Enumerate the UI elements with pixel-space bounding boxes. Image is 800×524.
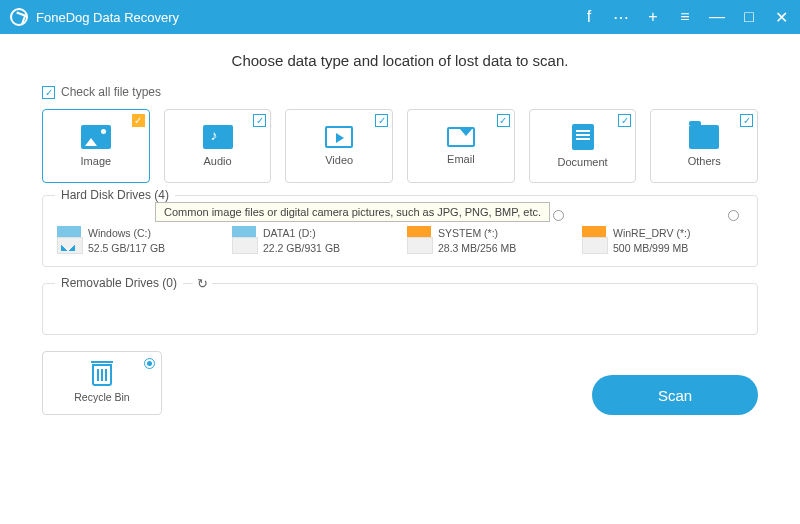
- type-card-folder[interactable]: ✓ Others: [650, 109, 758, 183]
- type-card-email[interactable]: ✓ Email: [407, 109, 515, 183]
- type-label: Video: [325, 154, 353, 166]
- type-checkbox[interactable]: ✓: [740, 114, 753, 127]
- type-label: Image: [81, 155, 112, 167]
- add-icon[interactable]: +: [644, 8, 662, 27]
- page-heading: Choose data type and location of lost da…: [42, 52, 758, 69]
- scan-button[interactable]: Scan: [592, 375, 758, 415]
- file-type-row: ✓ Image✓ Audio✓ Video✓ Email✓ Document✓ …: [42, 109, 758, 183]
- feedback-icon[interactable]: ⋯: [612, 8, 630, 27]
- hdd-section-title: Hard Disk Drives (4): [55, 188, 175, 202]
- type-label: Audio: [203, 155, 231, 167]
- doc-icon: [572, 124, 594, 150]
- removable-section-title: Removable Drives (0): [55, 276, 183, 290]
- drive-text: WinRE_DRV (*:)500 MB/999 MB: [613, 226, 690, 256]
- check-all-types[interactable]: ✓ Check all file types: [42, 85, 758, 99]
- menu-icon[interactable]: ≡: [676, 8, 694, 27]
- check-all-label: Check all file types: [61, 85, 161, 99]
- type-checkbox[interactable]: ✓: [497, 114, 510, 127]
- facebook-icon[interactable]: f: [580, 8, 598, 27]
- type-label: Others: [688, 155, 721, 167]
- disk-icon: [57, 226, 81, 252]
- type-card-audio[interactable]: ✓ Audio: [164, 109, 272, 183]
- trash-icon: [92, 364, 112, 386]
- drive-item[interactable]: WinRE_DRV (*:)500 MB/999 MB: [582, 210, 743, 256]
- drive-text: SYSTEM (*:)28.3 MB/256 MB: [438, 226, 516, 256]
- recycle-label: Recycle Bin: [74, 391, 129, 403]
- close-icon[interactable]: ✕: [772, 8, 790, 27]
- titlebar: FoneDog Data Recovery f ⋯ + ≡ — □ ✕: [0, 0, 800, 34]
- email-icon: [447, 127, 475, 147]
- type-card-doc[interactable]: ✓ Document: [529, 109, 637, 183]
- type-checkbox[interactable]: ✓: [253, 114, 266, 127]
- disk-icon: [407, 226, 431, 252]
- type-label: Email: [447, 153, 475, 165]
- drive-text: Windows (C:)52.5 GB/117 GB: [88, 226, 165, 256]
- disk-icon: [582, 226, 606, 252]
- removable-section: Removable Drives (0) ↻: [42, 283, 758, 335]
- check-all-checkbox[interactable]: ✓: [42, 86, 55, 99]
- image-icon: [81, 125, 111, 149]
- recycle-bin-card[interactable]: Recycle Bin: [42, 351, 162, 415]
- type-checkbox[interactable]: ✓: [132, 114, 145, 127]
- minimize-icon[interactable]: —: [708, 8, 726, 27]
- type-card-image[interactable]: ✓ Image: [42, 109, 150, 183]
- recycle-radio[interactable]: [144, 358, 155, 369]
- app-title: FoneDog Data Recovery: [36, 10, 580, 25]
- window-controls: f ⋯ + ≡ — □ ✕: [580, 8, 790, 27]
- disk-icon: [232, 226, 256, 252]
- drive-radio[interactable]: [553, 210, 564, 221]
- audio-icon: [203, 125, 233, 149]
- type-tooltip: Common image files or digital camera pic…: [155, 202, 550, 222]
- drive-text: DATA1 (D:)22.2 GB/931 GB: [263, 226, 340, 256]
- refresh-icon[interactable]: ↻: [193, 276, 212, 291]
- type-checkbox[interactable]: ✓: [375, 114, 388, 127]
- type-checkbox[interactable]: ✓: [618, 114, 631, 127]
- video-icon: [325, 126, 353, 148]
- app-logo-icon: [10, 8, 28, 26]
- maximize-icon[interactable]: □: [740, 8, 758, 27]
- drive-radio[interactable]: [728, 210, 739, 221]
- folder-icon: [689, 125, 719, 149]
- type-card-video[interactable]: ✓ Video: [285, 109, 393, 183]
- type-label: Document: [557, 156, 607, 168]
